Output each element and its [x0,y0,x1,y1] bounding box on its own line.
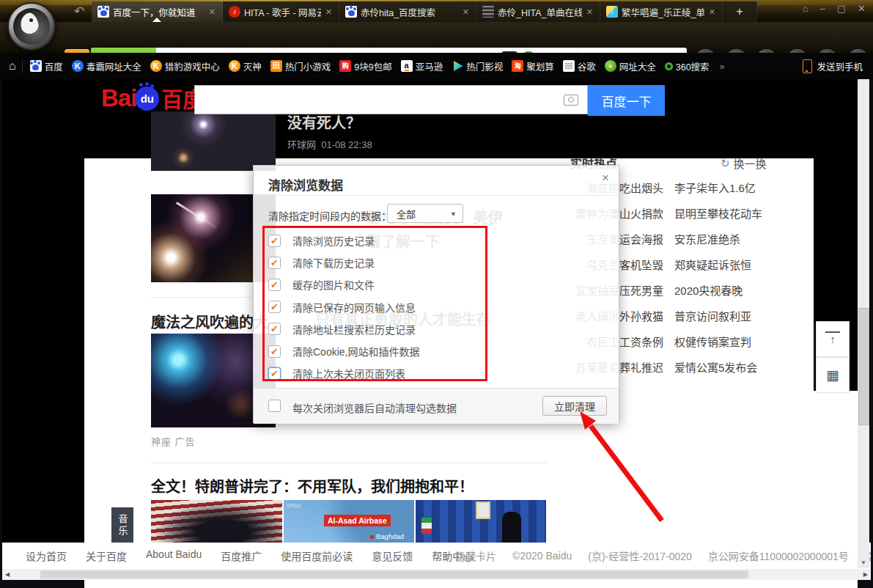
bookmark-label: 网址大全 [619,59,656,73]
bookmark-label: 谷歌 [578,59,596,73]
hot-item[interactable]: 普京访问叙利亚 [674,309,810,324]
browser-window: ↶ 百度一下，你就知道✕♪HITA - 歌手 - 网易云...✕赤伶hita_百… [0,0,873,588]
browser-tab[interactable]: ♪HITA - 歌手 - 网易云...✕ [223,1,339,22]
titlebar-back-icon[interactable]: ↶ [74,4,84,19]
vertical-scrollbar-thumb[interactable] [858,308,869,425]
tab-close-icon[interactable]: ✕ [208,7,216,17]
video-favicon [452,60,463,72]
news-headline-magic[interactable]: 魔法之风吹遍的大 [151,311,268,332]
footer-link[interactable]: 使用百度前必读 [281,548,353,563]
tab-title: 繁华唱遍_乐正绫_单... [622,5,704,19]
hot-item[interactable]: 李子柒年入1.6亿 [674,181,810,196]
hot-item[interactable]: 权健传销案宣判 [674,335,810,350]
bookmarks-overflow-chevron[interactable]: » [720,61,725,72]
horizontal-scrollbar[interactable]: ◀ ▶ [2,569,871,580]
framed-portrait [476,501,490,519]
bookmark-item[interactable]: 360搜索 [665,59,710,73]
title-bar: ↶ 百度一下，你就知道✕♪HITA - 歌手 - 网易云...✕赤伶hita_百… [0,0,873,22]
feed-divider [151,463,547,463]
bookmark-item[interactable]: K灭神 [229,59,262,73]
news-image-trump-press[interactable] [151,500,282,543]
new-tab-button[interactable]: + [723,1,757,22]
tab-title: 赤伶hita_百度搜索 [361,5,458,19]
toolbar: ‹ 百度官网 https://www.baidu.com/index.php?t… [0,22,873,53]
back-to-top-button[interactable]: ↑ [816,321,850,357]
home-icon[interactable]: ⌂ [9,59,16,73]
qr-code-button[interactable]: ▦ [816,357,850,393]
send-to-phone[interactable]: 发送到手机 [803,53,863,79]
tab-title: 百度一下，你就知道 [113,5,205,19]
footer-link[interactable]: 百度推广 [221,548,262,563]
browser-tab[interactable]: 赤伶hita_百度搜索✕ [339,1,476,22]
close-button[interactable]: ✕ [858,3,866,14]
hot-item[interactable]: 2020央视春晚 [674,284,810,298]
music-list-favicon [482,6,494,18]
minimize-button[interactable]: – [820,3,825,14]
bookmark-label: 9块9包邮 [354,59,391,73]
hot-item[interactable]: 安东尼准绝杀 [674,232,810,247]
auto-clear-checkbox[interactable] [268,400,281,412]
footer-link[interactable]: About Baidu [146,548,202,563]
map-airbase-label: Al-Asad Airbase [324,515,391,526]
bookmark-item[interactable]: +网址大全 [605,59,656,73]
tab-close-icon[interactable]: ✕ [462,7,470,17]
footer-link[interactable]: 关于百度 [86,548,127,563]
bookmark-item[interactable]: 热门影视 [452,59,503,73]
bookmark-item[interactable]: 谷歌 [563,59,596,73]
news-image-map[interactable]: YRIA Al-Asad Airbase Baghdad [284,500,414,543]
scrollbar-left-arrow[interactable]: ◀ [5,571,10,578]
footer-link[interactable]: 设为首页 [26,548,67,563]
scrollbar-right-arrow[interactable]: ▶ [863,571,868,578]
music-side-tab[interactable]: 音乐 [111,507,133,544]
bookmark-label: 亚马逊 [416,59,443,73]
tab-close-icon[interactable]: ✕ [325,7,333,17]
beian-text: 京公网安备11000002000001号 [708,548,849,563]
footer-right: ∨ 隐藏卡片 ©2020 Baidu (京)-经营性-2017-0020 京公网… [443,548,871,563]
scrollbar-down-arrow[interactable]: ▼ [861,559,866,566]
time-range-dropdown[interactable]: 全部 ▼ [387,204,463,223]
tab-close-icon[interactable]: ✕ [708,7,716,17]
bookmark-item[interactable]: 百度 [30,59,63,73]
liebao-favicon: K [150,60,162,72]
bookmark-item[interactable]: K猎豹游戏中心 [150,59,220,73]
bookmark-item[interactable]: a亚马逊 [401,59,443,73]
browser-tab[interactable]: ♪繁华唱遍_乐正绫_单...✕ [600,1,723,22]
tab-title: 赤伶_HITA_单曲在线... [498,5,582,19]
hot-item[interactable]: 昆明至攀枝花动车 [674,207,810,221]
copyright-text: ©2020 Baidu [512,550,572,562]
skin-button[interactable]: ⌂ [803,3,808,14]
news-image-missile-night[interactable] [151,111,276,171]
plus-favicon: + [605,60,616,72]
doc-favicon [563,60,575,72]
liebao-browser-logo[interactable] [7,2,56,51]
vertical-scrollbar[interactable]: ▼ [858,79,869,568]
baidu-search-input[interactable] [194,85,588,114]
hide-cards-link[interactable]: 隐藏卡片 [455,548,496,563]
hot-item[interactable]: 郑爽疑起诉张恒 [674,258,810,273]
liebao-favicon: K [229,60,240,72]
browser-tab[interactable]: 赤伶_HITA_单曲在线...✕ [476,1,600,22]
news-headline-trump[interactable]: 全文！特朗普讲完了：不用军队，我们拥抱和平！ [151,475,474,496]
camera-search-icon[interactable] [564,95,578,106]
hot-item[interactable]: 爱情公寓5发布会 [674,361,810,375]
paw-glyph [32,65,39,70]
maximize-button[interactable]: ▢ [837,3,846,14]
footer-link[interactable]: 意见反馈 [372,548,413,563]
news-title-faded: 没有死人？ [287,111,361,133]
news-image-iran-leader[interactable] [416,500,546,543]
hotlist-refresh[interactable]: ↻ 换一换 [721,155,767,171]
bookmark-item[interactable]: 淘聚划算 [512,59,554,73]
bookmark-item[interactable]: K毒霸网址大全 [72,59,141,73]
cheetah-eye [29,18,33,22]
baidu-search-button[interactable]: 百度一下 [588,85,665,116]
bookmark-item[interactable]: 田热门小游戏 [270,59,331,73]
browser-tab[interactable]: 百度一下，你就知道✕ [92,1,223,22]
horizontal-scrollbar-thumb[interactable] [40,570,748,578]
bookmark-item[interactable]: 购9块9包邮 [339,59,391,73]
baidu-logo: Bai du 百度 [101,83,204,114]
chevron-down-icon[interactable]: ∨ [443,551,449,561]
tab-close-icon[interactable]: ✕ [586,7,594,17]
amazon-favicon: a [401,60,413,72]
dialog-footer: 每次关闭浏览器后自动清理勾选数据 立即清理 [254,388,619,424]
dialog-close-icon[interactable]: × [602,171,609,185]
